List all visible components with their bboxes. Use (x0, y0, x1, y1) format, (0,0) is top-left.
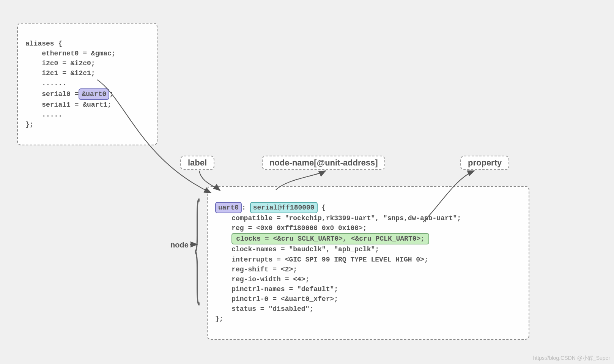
node-side-label: node (170, 241, 189, 249)
uart-node-block: uart0: serial@ff180000 { compatible = "r… (207, 186, 529, 340)
uart-l1: compatible = "rockchip,rk3399-uart", "sn… (215, 214, 461, 222)
uart-l5: interrupts = <GIC_SPI 99 IRQ_TYPE_LEVEL_… (215, 256, 428, 263)
serial-nodename-highlight: serial@ff180000 (250, 202, 318, 213)
aliases-open: aliases { (25, 40, 62, 47)
uart-l8: pinctrl-names = "default"; (215, 285, 338, 293)
aliases-l5-pre: serial0 = (25, 90, 79, 98)
nodename-box: node-name[@unit-address] (262, 156, 385, 170)
uart-close: }; (215, 315, 224, 323)
label-box: label (180, 156, 214, 170)
aliases-l5-post: ; (109, 90, 113, 98)
uart-l9: pinctrl-0 = <&uart0_xfer>; (215, 295, 338, 303)
aliases-l6: serial1 = &uart1; (25, 101, 112, 109)
uart-l10: status = "disabled"; (215, 305, 313, 313)
aliases-l7: ..... (25, 111, 62, 118)
aliases-block: aliases { ethernet0 = &gmac; i2c0 = &i2c… (17, 23, 157, 145)
colon: : (242, 204, 246, 211)
nodename-text: node-name[@unit-address] (269, 158, 378, 167)
watermark: https://blog.CSDN @小辉_Super (533, 355, 610, 362)
brace-open: { (318, 204, 326, 211)
uart0-ref-highlight: &uart0 (79, 88, 109, 100)
aliases-code: aliases { ethernet0 = &gmac; i2c0 = &i2c… (25, 29, 149, 139)
aliases-l4: ...... (25, 79, 66, 87)
property-box: property (460, 156, 509, 170)
uart-l4: clock-names = "baudclk", "apb_pclk"; (215, 246, 379, 253)
clocks-property-highlight: clocks = <&cru SCLK_UART0>, <&cru PCLK_U… (231, 233, 429, 244)
label-text: label (188, 158, 207, 167)
aliases-l1: ethernet0 = &gmac; (25, 50, 116, 57)
uart-l6: reg-shift = <2>; (215, 266, 297, 273)
uart-l2: reg = <0x0 0xff180000 0x0 0x100>; (215, 224, 367, 232)
uart-l7: reg-io-width = <4>; (215, 276, 309, 283)
aliases-l3: i2c1 = &i2c1; (25, 69, 95, 77)
uart0-label-highlight: uart0 (215, 202, 242, 213)
property-text: property (468, 158, 502, 167)
aliases-l2: i2c0 = &i2c0; (25, 60, 95, 67)
uart-code: uart0: serial@ff180000 { compatible = "r… (215, 192, 521, 334)
aliases-close: }; (25, 121, 34, 128)
